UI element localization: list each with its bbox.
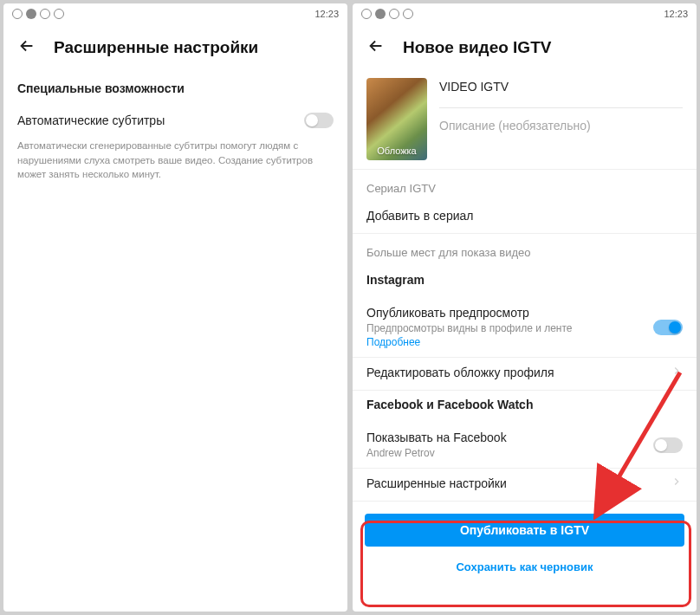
preview-label: Опубликовать предпросмотр [366,306,573,320]
video-title-field[interactable]: VIDEO IGTV [439,80,683,94]
publish-button[interactable]: Опубликовать в IGTV [365,514,684,547]
video-header: Обложка VIDEO IGTV Описание (необязатель… [353,74,697,169]
page-title: Расширенные настройки [54,38,258,57]
add-to-series-row[interactable]: Добавить в сериал [353,202,697,233]
back-icon[interactable] [17,36,36,59]
chevron-right-icon [671,365,683,379]
series-section-label: Сериал IGTV [353,170,697,202]
status-icons [361,9,413,19]
save-draft-link[interactable]: Сохранить как черновик [365,555,684,579]
auto-subtitles-toggle[interactable] [304,113,334,128]
advanced-settings-row[interactable]: Расширенные настройки [353,469,697,501]
chevron-right-icon [671,476,683,490]
fb-account-name: Andrew Petrov [366,447,507,459]
more-places-label: Больше мест для показа видео [353,234,697,266]
edit-cover-label: Редактировать обложку профиля [366,366,554,379]
publish-preview-row[interactable]: Опубликовать предпросмотр Предпросмотры … [353,297,697,357]
facebook-toggle[interactable] [653,437,683,453]
video-info: VIDEO IGTV Описание (необязательно) [439,78,683,160]
bottom-actions: Опубликовать в IGTV Сохранить как чернов… [353,502,697,591]
cover-label: Обложка [377,141,416,160]
status-bar: 12:23 [3,3,347,24]
edit-cover-row[interactable]: Редактировать обложку профиля [353,358,697,390]
status-bar: 12:23 [353,3,697,24]
divider [439,107,683,108]
status-time: 12:23 [314,9,339,19]
facebook-section-label: Facebook и Facebook Watch [353,391,697,422]
cover-thumbnail[interactable]: Обложка [366,78,427,160]
page-title: Новое видео IGTV [403,38,551,57]
auto-subtitles-row[interactable]: Автоматические субтитры [3,104,347,137]
status-icons [12,9,64,19]
back-icon[interactable] [366,36,386,59]
add-to-series-label: Добавить в сериал [366,209,473,223]
description-field[interactable]: Описание (необязательно) [439,119,683,133]
preview-more-link[interactable]: Подробнее [366,336,573,348]
app-bar: Расширенные настройки [3,24,347,74]
preview-sub: Предпросмотры видны в профиле и ленте [366,322,573,334]
status-time: 12:23 [664,9,688,19]
subtitles-hint: Автоматически сгенерированные субтитры п… [3,137,347,191]
preview-toggle[interactable] [653,320,683,335]
instagram-label: Instagram [353,266,697,297]
show-fb-label: Показывать на Facebook [366,430,507,444]
left-phone: 12:23 Расширенные настройки Специальные … [3,3,347,612]
auto-subtitles-label: Автоматические субтитры [17,113,165,127]
right-phone: 12:23 Новое видео IGTV Обложка VIDEO IGT… [353,3,697,612]
show-on-facebook-row[interactable]: Показывать на Facebook Andrew Petrov [353,422,697,468]
app-bar: Новое видео IGTV [353,24,697,74]
advanced-label: Расширенные настройки [366,476,507,490]
accessibility-section: Специальные возможности [3,74,347,104]
